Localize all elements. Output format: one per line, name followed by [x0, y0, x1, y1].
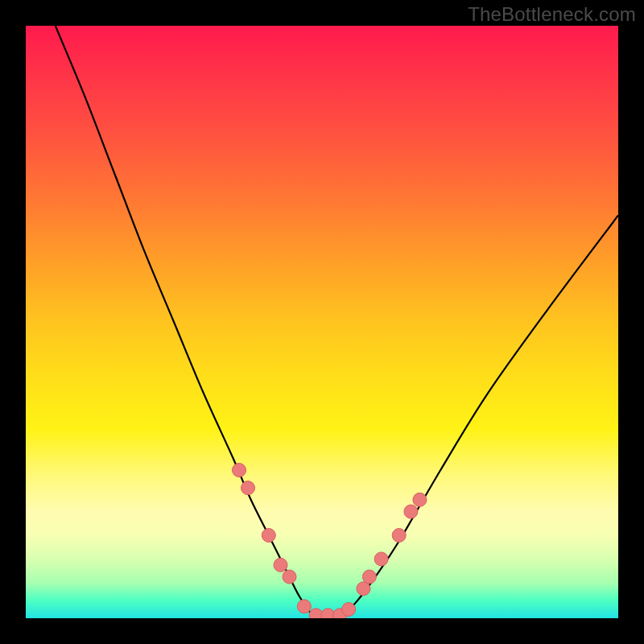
marker-dot — [242, 481, 255, 495]
marker-dot — [262, 529, 275, 543]
marker-dot — [283, 570, 296, 584]
marker-dot — [362, 570, 376, 584]
marker-dot — [233, 464, 246, 477]
bottleneck-curve — [56, 26, 618, 618]
marker-dot — [392, 529, 406, 543]
marker-dot — [309, 609, 323, 618]
marker-dot — [297, 600, 311, 613]
marker-dot — [342, 603, 356, 617]
marker-dot — [404, 505, 418, 518]
plot-area — [26, 26, 618, 618]
marker-dot — [413, 493, 427, 506]
chart-frame: TheBottleneck.com — [0, 0, 644, 644]
watermark-text: TheBottleneck.com — [468, 3, 636, 26]
marker-dots — [233, 464, 427, 619]
marker-dot — [274, 558, 287, 572]
marker-dot — [374, 552, 388, 566]
curve-svg — [26, 26, 618, 618]
